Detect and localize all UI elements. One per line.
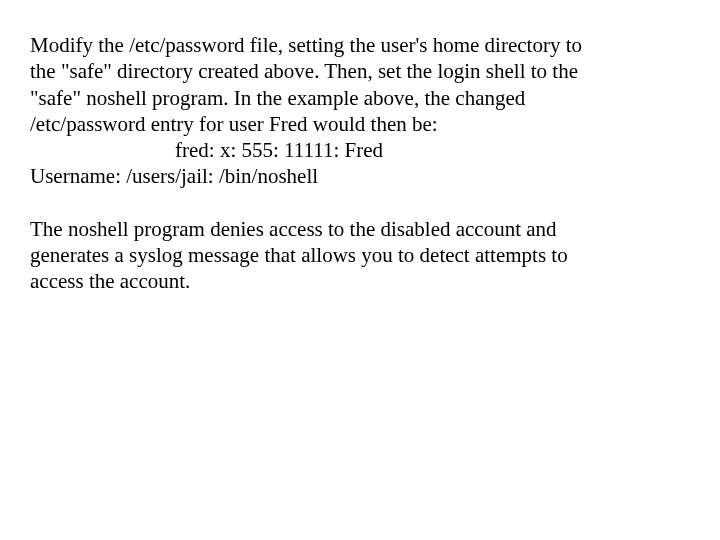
text-line: "safe" noshell program. In the example a…: [30, 86, 525, 110]
paragraph-spacer: [30, 190, 690, 216]
text-line: /etc/password entry for user Fred would …: [30, 112, 438, 136]
text-line: The noshell program denies access to the…: [30, 217, 557, 241]
text-line: Modify the /etc/password file, setting t…: [30, 33, 582, 57]
text-line: generates a syslog message that allows y…: [30, 243, 568, 267]
paragraph-1: Modify the /etc/password file, setting t…: [30, 32, 690, 190]
text-line: Username: /users/jail: /bin/noshell: [30, 164, 318, 188]
text-line: access the account.: [30, 269, 190, 293]
text-line: the "safe" directory created above. Then…: [30, 59, 578, 83]
code-line: fred: x: 555: 11111: Fred: [175, 138, 383, 162]
paragraph-2: The noshell program denies access to the…: [30, 216, 690, 295]
